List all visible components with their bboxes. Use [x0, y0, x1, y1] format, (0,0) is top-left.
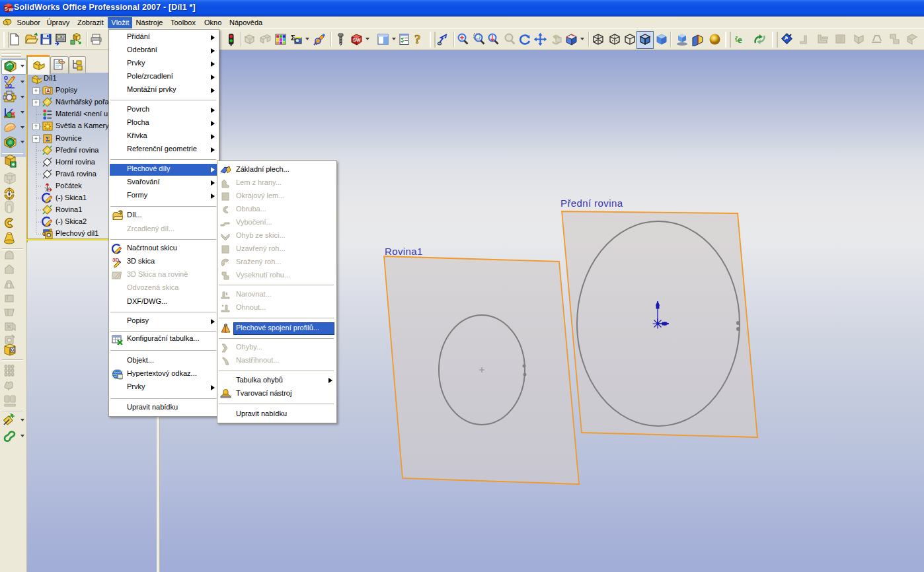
svg-text:?: ?	[414, 32, 421, 46]
svg-text:A: A	[46, 88, 50, 94]
svg-text:S: S	[5, 6, 8, 12]
svg-text:e: e	[738, 34, 742, 45]
svg-text:Přední rovina: Přední rovina	[560, 197, 623, 209]
svg-text:SW: SW	[353, 38, 361, 42]
svg-text:W: W	[9, 7, 14, 13]
svg-text:Rovina1: Rovina1	[385, 246, 423, 257]
svg-text:Σ: Σ	[46, 135, 50, 142]
